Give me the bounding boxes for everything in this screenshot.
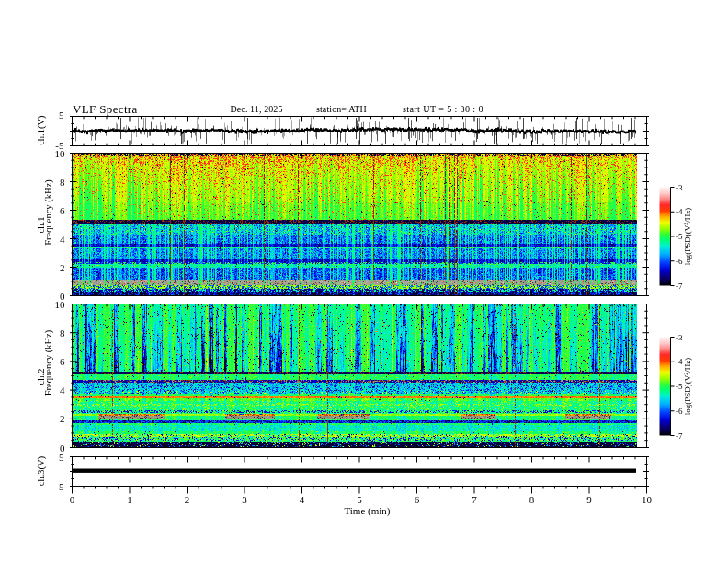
svg-text:-3: -3: [676, 333, 683, 342]
svg-text:ch.3(V): ch.3(V): [36, 455, 47, 486]
svg-text:-7: -7: [676, 282, 683, 291]
svg-text:8: 8: [60, 327, 65, 339]
svg-text:log(PSD)(V2/Hz): log(PSD)(V2/Hz): [683, 358, 692, 416]
svg-text:VLF Spectra: VLF Spectra: [73, 102, 138, 116]
svg-text:10: 10: [55, 148, 66, 159]
svg-text:start UT = 5 : 30 : 0: start UT = 5 : 30 : 0: [403, 104, 483, 114]
svg-text:-5: -5: [676, 382, 683, 391]
svg-text:ch.1(V): ch.1(V): [36, 115, 47, 145]
svg-text:4: 4: [60, 385, 65, 396]
svg-text:5: 5: [59, 109, 64, 121]
svg-text:7: 7: [472, 494, 477, 505]
svg-text:10: 10: [55, 299, 66, 310]
svg-text:8: 8: [529, 494, 535, 505]
svg-text:Time (min): Time (min): [344, 505, 390, 517]
svg-text:6: 6: [60, 205, 65, 216]
svg-text:0: 0: [70, 494, 75, 505]
svg-text:10: 10: [642, 494, 653, 505]
svg-text:log(PSD)(V2/Hz): log(PSD)(V2/Hz): [683, 208, 692, 266]
svg-text:4: 4: [300, 494, 305, 505]
svg-text:station= ATH: station= ATH: [316, 104, 367, 114]
svg-text:4: 4: [60, 234, 65, 245]
svg-text:5: 5: [59, 452, 64, 463]
svg-text:-5: -5: [676, 232, 683, 241]
svg-text:-6: -6: [676, 407, 683, 416]
svg-text:8: 8: [60, 177, 65, 188]
svg-text:1: 1: [127, 494, 132, 505]
svg-text:-5: -5: [55, 481, 64, 492]
svg-text:3: 3: [242, 494, 247, 505]
svg-text:6: 6: [415, 494, 420, 505]
svg-text:2: 2: [60, 262, 65, 273]
svg-text:-4: -4: [676, 357, 683, 366]
svg-text:2: 2: [60, 413, 65, 424]
svg-text:6: 6: [60, 356, 65, 367]
svg-text:5: 5: [357, 494, 362, 505]
svg-text:Frequency (kHz): Frequency (kHz): [43, 179, 54, 246]
svg-text:Frequency (kHz): Frequency (kHz): [43, 329, 54, 396]
svg-text:-6: -6: [676, 257, 683, 266]
svg-text:-7: -7: [676, 431, 683, 441]
svg-text:2: 2: [185, 494, 190, 505]
svg-text:-3: -3: [676, 183, 683, 192]
svg-text:9: 9: [586, 494, 592, 505]
svg-text:Dec. 11, 2025: Dec. 11, 2025: [231, 104, 283, 114]
svg-text:-4: -4: [676, 207, 683, 216]
